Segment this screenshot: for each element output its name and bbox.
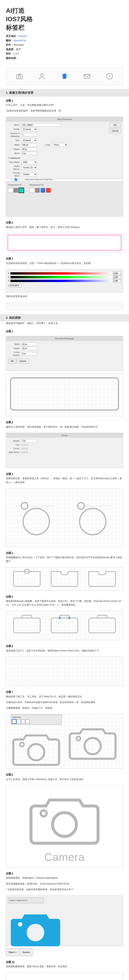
r-lbl: R	[8, 272, 10, 275]
b-slider[interactable]	[10, 280, 112, 282]
src-lbl: 原文地址：	[6, 34, 19, 38]
sw-red[interactable]	[46, 188, 51, 192]
s1-3b: 同时改变背景成这样	[0, 294, 129, 300]
stroke-align-lbl: Align Stroke:	[8, 451, 20, 454]
src-link[interactable]: tutsplus	[19, 35, 27, 37]
sw-blue[interactable]	[41, 188, 45, 192]
expand-btn[interactable]: Expand	[20, 948, 32, 956]
s1-3-lbl: 步骤 3	[0, 255, 129, 261]
svg-point-5	[28, 744, 45, 760]
pf-1	[13, 571, 41, 587]
ok-btn[interactable]: OK	[109, 123, 121, 127]
pf-b3[interactable]	[21, 719, 25, 724]
s2-4-lbl: 步骤 4	[0, 549, 129, 556]
sw-cyan[interactable]	[19, 188, 24, 192]
sw-gray[interactable]	[14, 188, 18, 192]
camera-gray-fig: Camera	[6, 785, 123, 867]
b-val[interactable]	[113, 279, 121, 283]
s2-8-txt: 文字工具来填，选择工具将 <Helvetica> 当做工具，将字体大小设置成18…	[0, 778, 129, 783]
cancel-btn[interactable]: Cancel	[109, 128, 121, 133]
g-slider[interactable]	[11, 276, 112, 278]
size-sel[interactable]: [Custom]	[21, 138, 37, 142]
result-lbl: 最终结果：	[6, 56, 19, 60]
rs-sel[interactable]: Screen (72 ppi)	[21, 166, 37, 170]
trash-icon	[60, 72, 69, 81]
u-lbl: Units:	[38, 143, 50, 146]
s2-5-lbl: 步骤 5	[0, 593, 129, 600]
unite-left: Pathfinder	[11, 714, 62, 768]
cm-sel[interactable]: RGB	[21, 160, 37, 164]
ab-input[interactable]	[21, 133, 37, 137]
pf-b2[interactable]	[17, 719, 21, 724]
rr-cr[interactable]	[21, 352, 37, 355]
trans-link[interactable]: MartinRGB	[14, 39, 26, 42]
u-sel[interactable]: Pixels	[52, 143, 68, 147]
lens-right	[75, 500, 110, 535]
section-2-title: 2. 相机图标	[0, 314, 129, 321]
stroke-corner-lbl: Corner:	[8, 447, 20, 450]
corner-icons[interactable]: ▢ ▢ ▢	[21, 447, 28, 450]
align-chk[interactable]	[8, 178, 24, 181]
stroke-panel: Stroke Weight: Cap:▢ ▢ ▢ Corner:▢ ▢ ▢ Al…	[6, 433, 123, 468]
align-icons[interactable]: ▢ ▢ ▢	[21, 451, 28, 454]
s2-3-lbl: 步骤 3	[0, 470, 129, 477]
s2-10-lbl: 步骤 10	[0, 958, 129, 965]
svg-point-2	[41, 74, 43, 76]
rr-title: Rounded Rectangle	[6, 336, 123, 341]
cam-body-shape	[10, 377, 119, 410]
bl-lbl: Bleed:	[8, 152, 20, 155]
rs-lbl: Raster Effects:	[8, 165, 20, 171]
trans-lbl: 翻译：	[6, 38, 14, 43]
stroke-w[interactable]	[21, 439, 37, 442]
rr-w[interactable]	[21, 343, 37, 346]
adv-toggle[interactable]: ▼ Advanced	[8, 157, 20, 159]
s2-2-txt: 确保没上述的矩形，转到选择面板，将下图矩形中，面一面板端点刷新，开始发挥的问号	[0, 425, 129, 431]
s2-9-t3: * 这是操作的关标，如果你来到图标框色，就会发现填充也合并了	[0, 888, 129, 893]
hex-val[interactable]	[10, 283, 21, 287]
s1-1-txt1: 打开工具栏，点选，单击网格来建立网页文档*	[0, 103, 129, 109]
rr-ok[interactable]: OK	[8, 359, 16, 363]
obj-menu[interactable]: Object >	[6, 948, 19, 956]
cap-icons[interactable]: ▢ ▢ ▢	[21, 443, 28, 446]
new-doc-dialog: New Document Name: Profile:[Custom] Numb…	[6, 117, 123, 179]
meta-block: 原文地址：tutsplus 翻译：MartinRGB 软件：Illustrato…	[6, 34, 123, 60]
sw-white2[interactable]	[30, 188, 34, 192]
r-val[interactable]	[113, 272, 121, 275]
h-input[interactable]	[21, 148, 37, 151]
g-val[interactable]	[113, 275, 121, 279]
artboard-rect	[6, 233, 123, 253]
delete-anchor-fig	[6, 657, 123, 686]
pf-3	[88, 571, 116, 587]
pf-b4[interactable]	[25, 719, 30, 724]
bg-lbl: Background Fill	[30, 183, 51, 186]
w-input[interactable]	[21, 143, 37, 146]
s1-1-lbl: 步骤 1	[0, 97, 129, 103]
camera-label-gray: Camera	[44, 849, 84, 865]
prof-sel[interactable]: [Custom]	[21, 127, 37, 131]
pv-lbl: Preview Mode:	[8, 172, 20, 177]
sw-gray2[interactable]	[35, 188, 40, 192]
s2-6-txt: 使用选择工具(下)，选定下边全部的线，使用Delete Anchor Point…	[0, 649, 129, 655]
s2-intro: 继续做加号图标栏，相机口，然后重下，形成上底。	[0, 321, 129, 327]
time-lbl: 耗时：	[6, 52, 14, 56]
color-panel: R G B #	[6, 269, 123, 293]
cm-lbl: Color Mode:	[8, 161, 20, 164]
cam-body-fig	[6, 373, 123, 416]
s2-8-lbl: 步骤 8	[0, 771, 129, 778]
svg-rect-3	[84, 74, 90, 78]
name-input[interactable]	[21, 123, 61, 127]
unite-btn[interactable]	[12, 719, 16, 724]
size-lbl: Size:	[8, 139, 20, 142]
pv-sel[interactable]: Default	[21, 172, 37, 176]
rr-cancel[interactable]: Cancel	[17, 359, 29, 363]
stroke-w-lbl: Weight:	[8, 439, 20, 442]
lens-fig	[6, 488, 123, 547]
r-slider[interactable]	[10, 272, 112, 275]
s2-3-txt: 选择矩形位置，使用的变形工具（Alt/Opt），将选好一规划，接——接实下工行，…	[0, 477, 129, 486]
s2-7-t3: 大幅整图课图，标题后，image下行，按就选	[0, 706, 129, 712]
sw-white[interactable]	[8, 188, 13, 192]
final-result	[6, 67, 123, 85]
pf-2	[51, 571, 78, 587]
rr-h[interactable]	[21, 347, 37, 350]
bl-input[interactable]	[21, 152, 37, 155]
